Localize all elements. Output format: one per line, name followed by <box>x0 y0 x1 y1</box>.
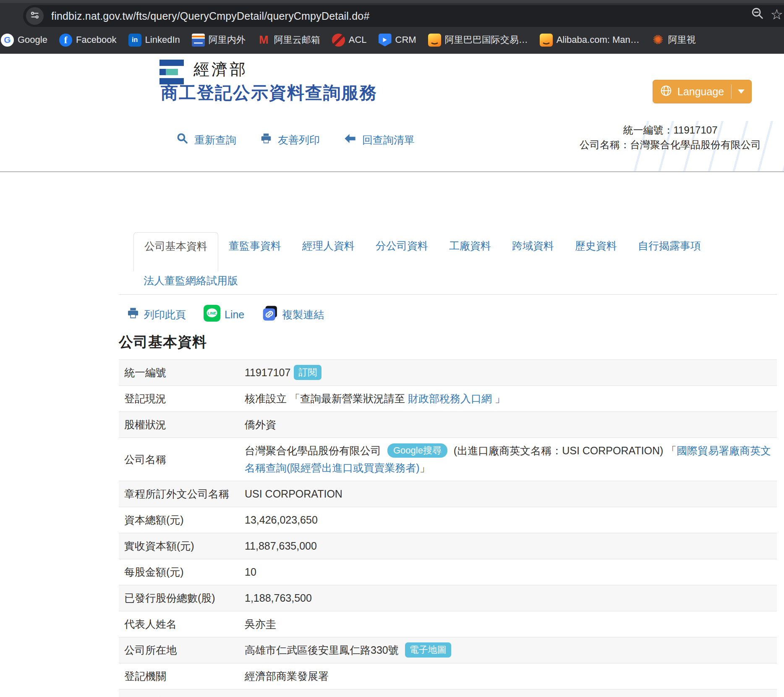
logo-bar-top <box>159 60 184 66</box>
print-page-button[interactable]: 列印此頁 <box>126 307 186 322</box>
site-title: 商工登記公示資料查詢服務 <box>161 81 377 105</box>
bookmark-google[interactable]: Google <box>1 34 47 47</box>
copy-link-button[interactable]: 複製連結 <box>262 305 324 324</box>
logo-bar-middle <box>159 69 178 75</box>
bookmark-facebook[interactable]: Facebook <box>59 34 117 47</box>
tab-分公司資料[interactable]: 分公司資料 <box>365 232 439 271</box>
bookmark-alibaba-intl[interactable]: 阿里内外 <box>192 34 246 47</box>
tab-經理人資料[interactable]: 經理人資料 <box>292 232 365 271</box>
row-label: 核准設立日期 <box>119 695 245 697</box>
language-button[interactable]: Language <box>653 80 752 103</box>
bookmarks-bar: GoogleFacebookLinkedIn阿里内外阿里云邮箱ACLCRM阿里巴… <box>0 26 784 54</box>
acl-icon <box>332 34 345 47</box>
browser-chrome: findbiz.nat.gov.tw/fts/query/QueryCmpyDe… <box>0 0 784 54</box>
table-row: 資本總額(元)13,426,023,650 <box>119 507 777 533</box>
crm-icon <box>379 34 392 47</box>
bookmark-aliview[interactable]: 阿里視 <box>651 34 696 47</box>
value-text: 10 <box>245 566 256 578</box>
value-badge[interactable]: 訂閱 <box>294 365 321 380</box>
bookmark-acl[interactable]: ACL <box>332 34 367 47</box>
bookmark-star-icon[interactable]: ☆ <box>771 7 783 21</box>
value-text: 」 <box>420 462 430 474</box>
bookmark-label: ACL <box>349 34 367 45</box>
ministry-name: 經濟部 <box>193 59 248 80</box>
bookmark-label: 阿里視 <box>668 34 696 46</box>
bookmark-mail[interactable]: 阿里云邮箱 <box>257 34 320 47</box>
row-label: 已發行股份總數(股) <box>119 591 245 605</box>
url-row: findbiz.nat.gov.tw/fts/query/QueryCmpyDe… <box>0 3 784 26</box>
google-icon <box>1 34 14 47</box>
bookmark-label: LinkedIn <box>145 34 180 45</box>
tab-董監事資料[interactable]: 董監事資料 <box>218 232 292 271</box>
row-label: 登記機關 <box>119 669 245 683</box>
facebook-icon <box>59 34 72 47</box>
bookmark-crm[interactable]: CRM <box>379 34 416 47</box>
tabs-row2: 法人董監網絡試用版 <box>133 271 777 294</box>
main-content: 公司基本資料董監事資料經理人資料分公司資料工廠資料跨域資料歷史資料自行揭露事項 … <box>119 226 777 697</box>
copy-link-label: 複製連結 <box>282 308 324 322</box>
table-row: 登記機關經濟部商業發展署 <box>119 663 777 689</box>
row-value: 1,188,763,500 <box>245 585 777 611</box>
language-divider <box>731 84 732 99</box>
row-value: 僑外資 <box>245 412 777 438</box>
row-value: 經濟部商業發展署 <box>245 663 777 689</box>
url-text[interactable]: findbiz.nat.gov.tw/fts/query/QueryCmpyDe… <box>51 10 370 22</box>
bookmark-label: CRM <box>395 34 416 45</box>
linkedin-icon <box>128 34 141 47</box>
globe-icon <box>660 84 672 99</box>
row-value: 054年05月26日 <box>245 689 777 697</box>
requery-button[interactable]: 重新查詢 <box>176 132 236 148</box>
bookmark-alibaba[interactable]: Alibaba.com: Man… <box>540 34 640 47</box>
row-label: 公司所在地 <box>119 643 245 657</box>
line-share-button[interactable]: LINE Line <box>204 305 244 324</box>
language-label: Language <box>677 86 724 98</box>
friendly-print-label: 友善列印 <box>278 133 320 147</box>
address-bar[interactable]: findbiz.nat.gov.tw/fts/query/QueryCmpyDe… <box>23 5 784 27</box>
table-row: 統一編號11917107訂閱 <box>119 360 777 386</box>
row-label: 公司名稱 <box>119 453 245 466</box>
zoom-out-icon[interactable] <box>750 6 765 22</box>
detail-table: 統一編號11917107訂閱登記現況核准設立 「查詢最新營業狀況請至 財政部稅務… <box>119 359 777 697</box>
search-icon <box>176 132 189 147</box>
alibaba-icon <box>428 34 441 47</box>
bookmark-linkedin[interactable]: LinkedIn <box>128 34 180 47</box>
aliview-icon <box>651 34 664 47</box>
value-text: 11,887,635,000 <box>245 540 317 552</box>
row-value: 高雄市仁武區後安里鳳仁路330號 電子地圖 <box>245 637 777 663</box>
bookmark-label: 阿里巴巴国际交易… <box>445 34 528 46</box>
row-value: 吳亦圭 <box>245 611 777 637</box>
tab-跨域資料[interactable]: 跨域資料 <box>502 232 564 271</box>
bookmark-label: Facebook <box>76 34 117 45</box>
value-badge[interactable]: Google搜尋 <box>387 443 447 458</box>
chevron-down-icon[interactable] <box>738 89 745 94</box>
bookmark-alibaba[interactable]: 阿里巴巴国际交易… <box>428 34 528 47</box>
svg-text:LINE: LINE <box>208 311 217 315</box>
requery-label: 重新查詢 <box>194 133 236 147</box>
tab-公司基本資料[interactable]: 公司基本資料 <box>133 232 218 271</box>
site-settings-button[interactable] <box>26 7 44 25</box>
value-text: 」 <box>492 393 505 404</box>
tab-自行揭露事項[interactable]: 自行揭露事項 <box>627 232 711 271</box>
site-header: 經濟部 商工登記公示資料查詢服務 重新查詢 友善列印 <box>0 54 784 172</box>
value-badge[interactable]: 電子地圖 <box>405 642 451 658</box>
tune-icon <box>29 10 40 22</box>
value-text: 1,188,763,500 <box>245 592 312 604</box>
value-text: USI CORPORATION <box>245 488 342 500</box>
value-link[interactable]: 財政部稅務入口網 <box>408 393 492 404</box>
row-value: 台灣聚合化學品股份有限公司 Google搜尋 (出進口廠商英文名稱：USI CO… <box>245 438 777 481</box>
section-title: 公司基本資料 <box>119 333 777 352</box>
tab-工廠資料[interactable]: 工廠資料 <box>439 232 502 271</box>
back-to-list-label: 回查詢清單 <box>362 133 415 147</box>
back-to-list-button[interactable]: 回查詢清單 <box>343 132 415 148</box>
friendly-print-button[interactable]: 友善列印 <box>260 132 320 148</box>
alibaba-intl-icon <box>192 34 205 47</box>
row-value: 核准設立 「查詢最新營業狀況請至 財政部稅務入口網 」 <box>245 386 777 411</box>
back-arrow-icon <box>343 132 357 148</box>
share-row: 列印此頁 LINE Line <box>126 305 777 324</box>
tab-歷史資料[interactable]: 歷史資料 <box>564 232 627 271</box>
value-text: 經濟部商業發展署 <box>245 670 329 682</box>
bookmark-label: 阿里内外 <box>209 34 246 46</box>
tab-法人董監網絡試用版[interactable]: 法人董監網絡試用版 <box>144 275 238 286</box>
bookmark-label: Alibaba.com: Man… <box>557 34 640 45</box>
row-label: 統一編號 <box>119 366 245 380</box>
